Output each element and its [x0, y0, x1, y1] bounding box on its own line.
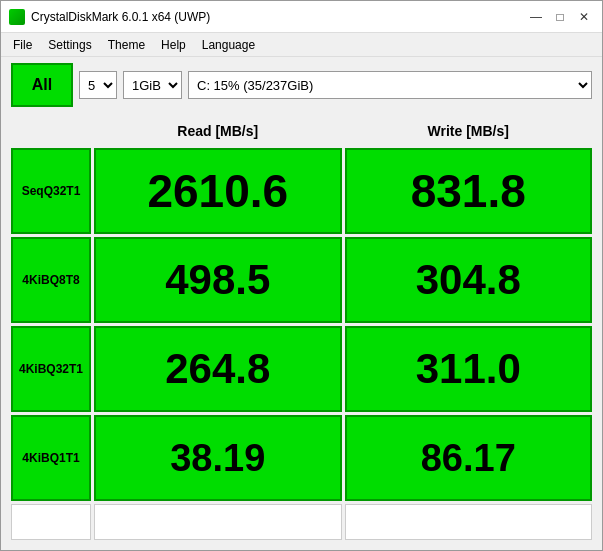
close-button[interactable]: ✕ — [574, 7, 594, 27]
row-write-3: 86.17 — [345, 415, 593, 501]
all-button[interactable]: All — [11, 63, 73, 107]
row-read-2: 264.8 — [94, 326, 342, 412]
drive-select[interactable]: C: 15% (35/237GiB) — [188, 71, 592, 99]
table-row: Seq Q32T1 2610.6 831.8 — [11, 148, 592, 234]
header-read: Read [MB/s] — [94, 119, 342, 143]
table-row: 4KiB Q8T8 498.5 304.8 — [11, 237, 592, 323]
menu-bar: File Settings Theme Help Language — [1, 33, 602, 57]
menu-settings[interactable]: Settings — [40, 35, 99, 54]
row-label-0: Seq Q32T1 — [11, 148, 91, 234]
empty-cell-read — [94, 504, 342, 540]
menu-file[interactable]: File — [5, 35, 40, 54]
window-controls: — □ ✕ — [526, 7, 594, 27]
empty-cell-write — [345, 504, 593, 540]
empty-cell-label — [11, 504, 91, 540]
content-area: Read [MB/s] Write [MB/s] Seq Q32T1 2610.… — [1, 113, 602, 550]
table-row: 4KiB Q32T1 264.8 311.0 — [11, 326, 592, 412]
row-read-3: 38.19 — [94, 415, 342, 501]
menu-help[interactable]: Help — [153, 35, 194, 54]
title-bar: CrystalDiskMark 6.0.1 x64 (UWP) — □ ✕ — [1, 1, 602, 33]
minimize-button[interactable]: — — [526, 7, 546, 27]
app-icon — [9, 9, 25, 25]
count-select[interactable]: 5 — [79, 71, 117, 99]
size-select[interactable]: 1GiB — [123, 71, 182, 99]
table-row: 4KiB Q1T1 38.19 86.17 — [11, 415, 592, 501]
window-title: CrystalDiskMark 6.0.1 x64 (UWP) — [31, 10, 526, 24]
row-read-0: 2610.6 — [94, 148, 342, 234]
row-label-1: 4KiB Q8T8 — [11, 237, 91, 323]
menu-theme[interactable]: Theme — [100, 35, 153, 54]
header-spacer — [11, 119, 91, 143]
row-write-2: 311.0 — [345, 326, 593, 412]
row-write-1: 304.8 — [345, 237, 593, 323]
row-write-0: 831.8 — [345, 148, 593, 234]
empty-row — [11, 504, 592, 540]
row-label-2: 4KiB Q32T1 — [11, 326, 91, 412]
maximize-button[interactable]: □ — [550, 7, 570, 27]
results-table: Read [MB/s] Write [MB/s] Seq Q32T1 2610.… — [11, 119, 592, 540]
toolbar: All 5 1GiB C: 15% (35/237GiB) — [1, 57, 602, 113]
header-row: Read [MB/s] Write [MB/s] — [11, 119, 592, 143]
main-window: CrystalDiskMark 6.0.1 x64 (UWP) — □ ✕ Fi… — [0, 0, 603, 551]
menu-language[interactable]: Language — [194, 35, 263, 54]
header-write: Write [MB/s] — [345, 119, 593, 143]
row-read-1: 498.5 — [94, 237, 342, 323]
row-label-3: 4KiB Q1T1 — [11, 415, 91, 501]
